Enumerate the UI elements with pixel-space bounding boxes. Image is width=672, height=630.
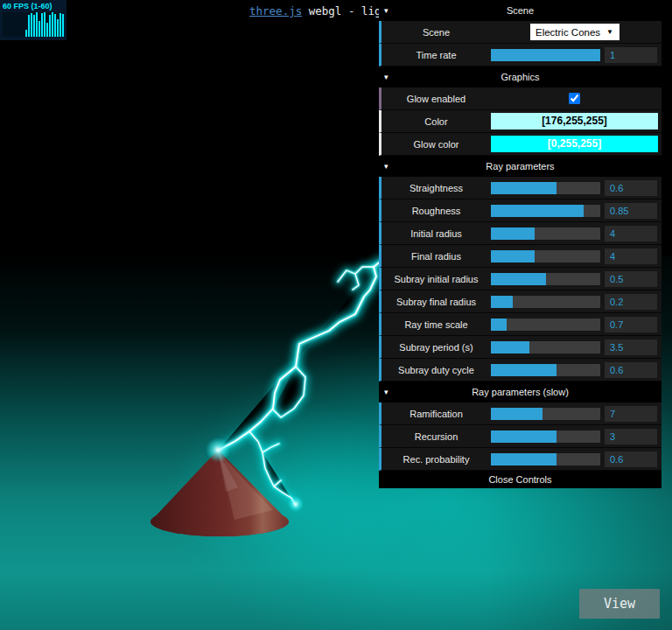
ramification-slider[interactable] (491, 408, 600, 420)
close-controls-button[interactable]: Close Controls (379, 471, 662, 488)
initial-radius-slider[interactable] (491, 228, 600, 240)
subray-duty-cycle-value[interactable]: 0.6 (605, 362, 657, 378)
fps-bar (38, 21, 40, 37)
subray-final-radius-slider[interactable] (491, 296, 600, 308)
ray-time-scale-value[interactable]: 0.7 (605, 317, 657, 332)
folder-arrow-icon: ▾ (384, 382, 388, 402)
dat-gui-panel: ▾ Scene Scene Electric Cones ▼ Time rate… (379, 0, 662, 488)
fps-readout: 60 FPS (1-60) (0, 0, 66, 10)
row-color: Color [176,255,255] (379, 110, 662, 133)
row-subray-period: Subray period (s) 3.5 (379, 336, 662, 359)
row-scene: Scene Electric Cones ▼ (379, 21, 662, 44)
subray-period-value[interactable]: 3.5 (605, 340, 657, 355)
glow-enabled-checkbox[interactable] (569, 93, 580, 104)
scene-select[interactable]: Electric Cones ▼ (530, 24, 620, 40)
app-window: 60 FPS (1-60) three.js webgl - lightn ▾ … (0, 0, 672, 630)
folder-ray-parameters[interactable]: ▾ Ray parameters (379, 156, 662, 177)
select-arrow-icon: ▼ (606, 28, 613, 36)
glow-color-swatch[interactable]: [0,255,255] (491, 136, 658, 152)
folder-arrow-icon: ▾ (384, 66, 388, 88)
row-rec-probability: Rec. probability 0.6 (379, 448, 662, 471)
fps-bar (52, 12, 53, 37)
roughness-value[interactable]: 0.85 (605, 203, 657, 219)
fps-bar (60, 13, 61, 37)
fps-bar (62, 14, 64, 37)
row-time-rate: Time rate 1 (379, 44, 662, 66)
row-glow-color: Glow color [0,255,255] (379, 133, 662, 156)
subray-final-radius-value[interactable]: 0.2 (605, 294, 657, 310)
row-straightness: Straightness 0.6 (379, 177, 662, 200)
straightness-value[interactable]: 0.6 (605, 180, 657, 196)
subray-period-slider[interactable] (491, 341, 600, 354)
final-radius-slider[interactable] (491, 250, 600, 262)
fps-bar (41, 13, 43, 37)
row-subray-final-radius: Subray final radius 0.2 (379, 290, 662, 313)
row-ray-time-scale: Ray time scale 0.7 (379, 313, 662, 336)
ramification-value[interactable]: 7 (605, 406, 657, 422)
ray-time-scale-slider[interactable] (491, 318, 600, 331)
fps-bar (28, 15, 30, 37)
straightness-slider[interactable] (491, 182, 600, 194)
fps-bar (46, 23, 48, 37)
row-recursion: Recursion 3 (379, 425, 662, 448)
rec-probability-slider[interactable] (491, 453, 600, 466)
subray-initial-radius-value[interactable]: 0.5 (605, 271, 657, 287)
fps-graph (3, 12, 64, 37)
fps-bar (25, 30, 27, 37)
time-rate-value[interactable]: 1 (605, 47, 657, 63)
fps-bar (36, 12, 38, 37)
color-swatch[interactable]: [176,255,255] (491, 113, 658, 130)
row-initial-radius: Initial radius 4 (379, 222, 662, 245)
view-source-button[interactable]: View source (579, 589, 660, 619)
subray-duty-cycle-slider[interactable] (491, 364, 600, 376)
time-rate-slider[interactable] (491, 49, 600, 61)
final-radius-value[interactable]: 4 (605, 248, 657, 264)
row-subray-initial-radius: Subray initial radius 0.5 (379, 268, 662, 290)
fps-bar (49, 15, 51, 37)
folder-arrow-icon: ▾ (384, 156, 388, 177)
folder-scene[interactable]: ▾ Scene (379, 0, 662, 21)
row-roughness: Roughness 0.85 (379, 200, 662, 222)
roughness-slider[interactable] (491, 205, 600, 217)
fps-bar (44, 12, 46, 37)
threejs-link[interactable]: three.js (249, 4, 302, 18)
row-subray-duty-cycle: Subray duty cycle 0.6 (379, 359, 662, 382)
row-final-radius: Final radius 4 (379, 245, 662, 268)
row-glow-enabled: Glow enabled (379, 88, 662, 110)
fps-bar (31, 13, 32, 37)
folder-ray-parameters-slow[interactable]: ▾ Ray parameters (slow) (379, 382, 662, 402)
row-ramification: Ramification 7 (379, 402, 662, 425)
fps-bar (54, 14, 56, 37)
subray-initial-radius-slider[interactable] (491, 273, 600, 285)
fps-bar (57, 19, 59, 37)
recursion-slider[interactable] (491, 430, 600, 443)
fps-bar (33, 15, 35, 37)
folder-graphics[interactable]: ▾ Graphics (379, 66, 662, 88)
rec-probability-value[interactable]: 0.6 (605, 452, 657, 467)
fps-stats-panel[interactable]: 60 FPS (1-60) (0, 0, 66, 40)
folder-arrow-icon: ▾ (384, 0, 388, 21)
initial-radius-value[interactable]: 4 (605, 226, 657, 242)
recursion-value[interactable]: 3 (605, 429, 657, 444)
